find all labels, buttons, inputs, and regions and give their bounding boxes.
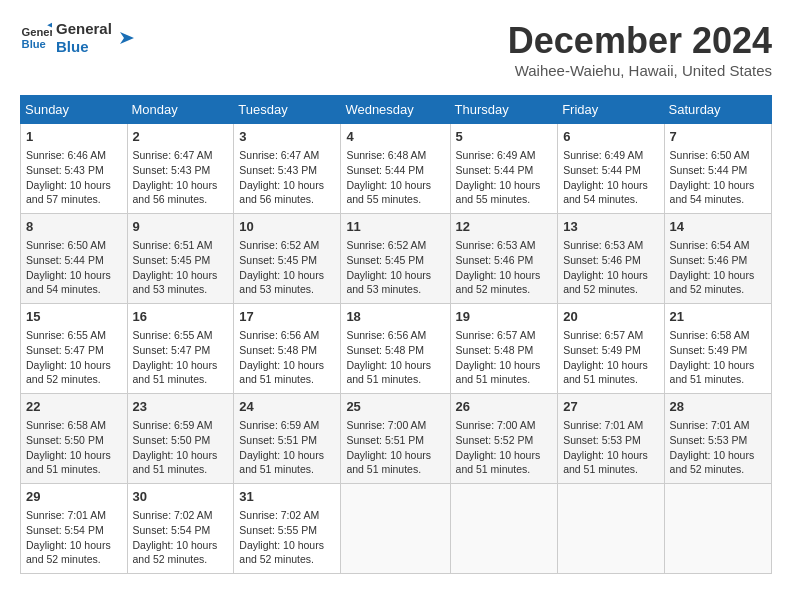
calendar-cell: 27Sunrise: 7:01 AMSunset: 5:53 PMDayligh…	[558, 394, 664, 484]
daylight-text: Daylight: 10 hours and 51 minutes.	[133, 359, 218, 386]
sunset-text: Sunset: 5:44 PM	[456, 164, 534, 176]
daylight-text: Daylight: 10 hours and 53 minutes.	[133, 269, 218, 296]
title-section: December 2024 Waihee-Waiehu, Hawaii, Uni…	[508, 20, 772, 79]
day-number: 19	[456, 308, 553, 326]
header-day-friday: Friday	[558, 96, 664, 124]
daylight-text: Daylight: 10 hours and 56 minutes.	[133, 179, 218, 206]
day-number: 28	[670, 398, 766, 416]
sunrise-text: Sunrise: 6:46 AM	[26, 149, 106, 161]
day-number: 16	[133, 308, 229, 326]
day-number: 8	[26, 218, 122, 236]
sunset-text: Sunset: 5:46 PM	[456, 254, 534, 266]
day-number: 17	[239, 308, 335, 326]
day-number: 18	[346, 308, 444, 326]
sunset-text: Sunset: 5:51 PM	[239, 434, 317, 446]
sunrise-text: Sunrise: 6:59 AM	[239, 419, 319, 431]
sunset-text: Sunset: 5:45 PM	[346, 254, 424, 266]
calendar-week-2: 8Sunrise: 6:50 AMSunset: 5:44 PMDaylight…	[21, 214, 772, 304]
sunset-text: Sunset: 5:49 PM	[670, 344, 748, 356]
calendar-cell: 4Sunrise: 6:48 AMSunset: 5:44 PMDaylight…	[341, 124, 450, 214]
daylight-text: Daylight: 10 hours and 51 minutes.	[563, 449, 648, 476]
daylight-text: Daylight: 10 hours and 51 minutes.	[346, 449, 431, 476]
sunset-text: Sunset: 5:50 PM	[133, 434, 211, 446]
svg-text:Blue: Blue	[22, 38, 46, 50]
calendar-cell	[664, 484, 771, 574]
sunset-text: Sunset: 5:47 PM	[133, 344, 211, 356]
logo: General Blue General Blue	[20, 20, 136, 56]
calendar-cell: 12Sunrise: 6:53 AMSunset: 5:46 PMDayligh…	[450, 214, 558, 304]
day-number: 5	[456, 128, 553, 146]
sunrise-text: Sunrise: 6:53 AM	[456, 239, 536, 251]
sunrise-text: Sunrise: 6:49 AM	[563, 149, 643, 161]
calendar-cell: 11Sunrise: 6:52 AMSunset: 5:45 PMDayligh…	[341, 214, 450, 304]
header-day-wednesday: Wednesday	[341, 96, 450, 124]
day-number: 15	[26, 308, 122, 326]
sunrise-text: Sunrise: 6:56 AM	[239, 329, 319, 341]
calendar-cell: 20Sunrise: 6:57 AMSunset: 5:49 PMDayligh…	[558, 304, 664, 394]
calendar-cell: 18Sunrise: 6:56 AMSunset: 5:48 PMDayligh…	[341, 304, 450, 394]
daylight-text: Daylight: 10 hours and 52 minutes.	[26, 539, 111, 566]
sunrise-text: Sunrise: 7:01 AM	[670, 419, 750, 431]
day-number: 6	[563, 128, 658, 146]
daylight-text: Daylight: 10 hours and 52 minutes.	[563, 269, 648, 296]
calendar-cell: 13Sunrise: 6:53 AMSunset: 5:46 PMDayligh…	[558, 214, 664, 304]
sunrise-text: Sunrise: 6:49 AM	[456, 149, 536, 161]
day-number: 13	[563, 218, 658, 236]
daylight-text: Daylight: 10 hours and 52 minutes.	[456, 269, 541, 296]
sunset-text: Sunset: 5:43 PM	[133, 164, 211, 176]
header-day-thursday: Thursday	[450, 96, 558, 124]
sunrise-text: Sunrise: 6:55 AM	[26, 329, 106, 341]
calendar-cell: 24Sunrise: 6:59 AMSunset: 5:51 PMDayligh…	[234, 394, 341, 484]
sunset-text: Sunset: 5:43 PM	[26, 164, 104, 176]
calendar-cell: 21Sunrise: 6:58 AMSunset: 5:49 PMDayligh…	[664, 304, 771, 394]
calendar-cell: 25Sunrise: 7:00 AMSunset: 5:51 PMDayligh…	[341, 394, 450, 484]
daylight-text: Daylight: 10 hours and 51 minutes.	[670, 359, 755, 386]
sunrise-text: Sunrise: 6:53 AM	[563, 239, 643, 251]
sunrise-text: Sunrise: 7:02 AM	[239, 509, 319, 521]
calendar-cell: 19Sunrise: 6:57 AMSunset: 5:48 PMDayligh…	[450, 304, 558, 394]
calendar-cell	[341, 484, 450, 574]
daylight-text: Daylight: 10 hours and 55 minutes.	[346, 179, 431, 206]
sunset-text: Sunset: 5:45 PM	[133, 254, 211, 266]
logo-blue: Blue	[56, 38, 112, 56]
daylight-text: Daylight: 10 hours and 56 minutes.	[239, 179, 324, 206]
sunrise-text: Sunrise: 7:01 AM	[26, 509, 106, 521]
sunset-text: Sunset: 5:43 PM	[239, 164, 317, 176]
daylight-text: Daylight: 10 hours and 55 minutes.	[456, 179, 541, 206]
sunset-text: Sunset: 5:54 PM	[26, 524, 104, 536]
daylight-text: Daylight: 10 hours and 54 minutes.	[670, 179, 755, 206]
location-title: Waihee-Waiehu, Hawaii, United States	[508, 62, 772, 79]
day-number: 10	[239, 218, 335, 236]
sunset-text: Sunset: 5:44 PM	[563, 164, 641, 176]
sunrise-text: Sunrise: 7:02 AM	[133, 509, 213, 521]
sunrise-text: Sunrise: 7:00 AM	[346, 419, 426, 431]
sunset-text: Sunset: 5:53 PM	[670, 434, 748, 446]
sunrise-text: Sunrise: 6:52 AM	[239, 239, 319, 251]
calendar-cell: 3Sunrise: 6:47 AMSunset: 5:43 PMDaylight…	[234, 124, 341, 214]
day-number: 26	[456, 398, 553, 416]
calendar-cell: 7Sunrise: 6:50 AMSunset: 5:44 PMDaylight…	[664, 124, 771, 214]
sunrise-text: Sunrise: 6:52 AM	[346, 239, 426, 251]
calendar-cell: 23Sunrise: 6:59 AMSunset: 5:50 PMDayligh…	[127, 394, 234, 484]
sunrise-text: Sunrise: 6:50 AM	[670, 149, 750, 161]
daylight-text: Daylight: 10 hours and 52 minutes.	[239, 539, 324, 566]
calendar-cell: 15Sunrise: 6:55 AMSunset: 5:47 PMDayligh…	[21, 304, 128, 394]
daylight-text: Daylight: 10 hours and 51 minutes.	[239, 449, 324, 476]
day-number: 7	[670, 128, 766, 146]
header-day-saturday: Saturday	[664, 96, 771, 124]
daylight-text: Daylight: 10 hours and 51 minutes.	[26, 449, 111, 476]
day-number: 2	[133, 128, 229, 146]
calendar-header-row: SundayMondayTuesdayWednesdayThursdayFrid…	[21, 96, 772, 124]
sunrise-text: Sunrise: 6:47 AM	[239, 149, 319, 161]
daylight-text: Daylight: 10 hours and 52 minutes.	[670, 449, 755, 476]
sunrise-text: Sunrise: 6:47 AM	[133, 149, 213, 161]
sunset-text: Sunset: 5:44 PM	[26, 254, 104, 266]
sunset-text: Sunset: 5:48 PM	[346, 344, 424, 356]
calendar-cell: 14Sunrise: 6:54 AMSunset: 5:46 PMDayligh…	[664, 214, 771, 304]
sunrise-text: Sunrise: 6:55 AM	[133, 329, 213, 341]
sunrise-text: Sunrise: 6:56 AM	[346, 329, 426, 341]
day-number: 22	[26, 398, 122, 416]
daylight-text: Daylight: 10 hours and 54 minutes.	[26, 269, 111, 296]
daylight-text: Daylight: 10 hours and 57 minutes.	[26, 179, 111, 206]
calendar-cell: 29Sunrise: 7:01 AMSunset: 5:54 PMDayligh…	[21, 484, 128, 574]
